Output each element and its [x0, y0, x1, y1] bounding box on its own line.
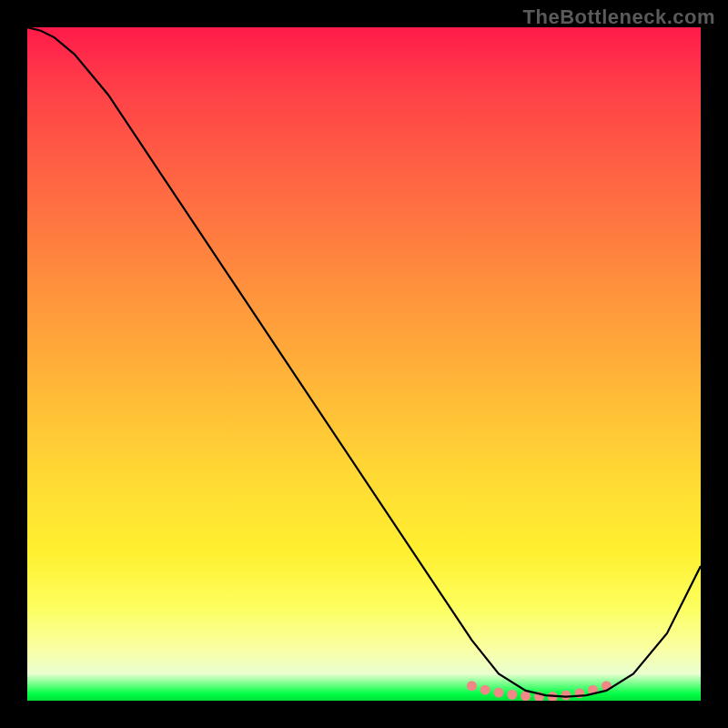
trough-dot	[494, 688, 504, 698]
trough-dot	[507, 690, 517, 700]
trough-dot	[480, 685, 490, 695]
highlight-trough	[467, 681, 612, 701]
chart-plot-area	[27, 27, 701, 701]
curve-line	[27, 27, 701, 697]
watermark-text: TheBottleneck.com	[523, 5, 715, 29]
trough-dot	[467, 681, 477, 691]
chart-svg	[27, 27, 701, 701]
trough-dot	[561, 691, 571, 701]
